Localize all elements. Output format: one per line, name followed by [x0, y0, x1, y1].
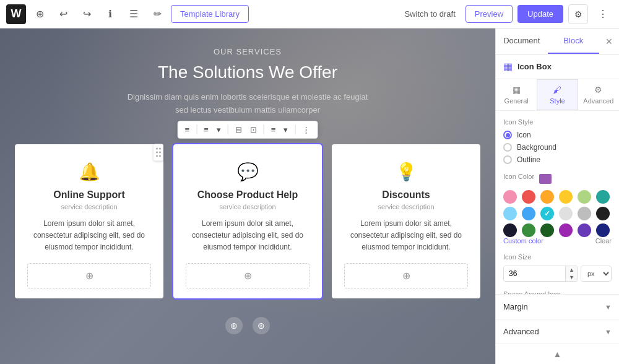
align-left-btn[interactable]: ≡: [182, 124, 193, 136]
update-button[interactable]: Update: [517, 5, 563, 23]
template-library-button[interactable]: Template Library: [171, 5, 249, 23]
card-subtitle-1: service description: [27, 203, 151, 210]
color-yellow[interactable]: [559, 190, 573, 204]
main-area: Our services The Solutions We Offer Dign…: [0, 28, 619, 364]
icon-box-icon: ▦: [503, 61, 513, 72]
icon-color-section: Icon Color: [503, 173, 612, 245]
icon-color-main-swatch[interactable]: [539, 174, 552, 184]
card-add-button-2[interactable]: ⊕: [186, 263, 310, 288]
icon-size-down[interactable]: ▼: [566, 274, 578, 281]
color-gray[interactable]: [578, 207, 591, 220]
text-align-btn[interactable]: ≡: [201, 124, 212, 136]
color-green[interactable]: [522, 223, 535, 237]
card-title-1: Online Support: [27, 189, 151, 201]
info-button[interactable]: ℹ: [100, 4, 120, 24]
more-options-button[interactable]: ⋮: [593, 4, 613, 24]
card-add-button-3[interactable]: ⊕: [344, 263, 468, 288]
solutions-desc: Dignissim diam quis enim lobortis sceler…: [12, 91, 483, 117]
redo-button[interactable]: ↪: [77, 4, 97, 24]
card-add-button-1[interactable]: ⊕: [27, 263, 151, 288]
card-online-support[interactable]: 🔔 Online Support service description Lor…: [15, 144, 163, 299]
our-services-label: Our services: [12, 47, 483, 56]
color-blue[interactable]: [522, 207, 535, 220]
radio-icon[interactable]: Icon: [503, 131, 612, 139]
advanced-icon: ⚙: [594, 85, 602, 95]
clear-link[interactable]: Clear: [595, 237, 612, 245]
color-teal[interactable]: [596, 190, 610, 204]
color-pink[interactable]: [503, 190, 517, 204]
align-drop-btn[interactable]: ▾: [214, 124, 224, 136]
icon-size-input[interactable]: [504, 266, 565, 281]
custom-color-link[interactable]: Custom color: [503, 237, 543, 245]
toolbar: W ⊕ ↩ ↪ ℹ ☰ ✏ Template Library Switch to…: [0, 0, 619, 28]
icon-color-header: Icon Color: [503, 173, 612, 185]
tab-block[interactable]: Block: [548, 28, 600, 54]
sub-tab-style[interactable]: 🖌 Style: [537, 79, 578, 110]
toolbar-right: Switch to draft Preview Update ⚙ ⋮: [399, 4, 613, 24]
radio-outline[interactable]: Outline: [503, 155, 612, 164]
sub-tab-advanced-label: Advanced: [583, 97, 613, 105]
card-body-1: Lorem ipsum dolor sit amet, consectetur …: [27, 218, 151, 254]
card-body-2: Lorem ipsum dolor sit amet, consectetur …: [186, 218, 310, 254]
undo-button[interactable]: ↩: [53, 4, 73, 24]
margin-header[interactable]: Margin ▼: [496, 295, 619, 319]
color-navy[interactable]: [596, 223, 610, 237]
color-blue-light[interactable]: [503, 207, 517, 220]
color-grid: [503, 190, 612, 237]
color-red[interactable]: [522, 190, 535, 204]
radio-icon-label: Icon: [517, 131, 531, 139]
wp-logo[interactable]: W: [6, 4, 26, 24]
color-teal2[interactable]: [540, 207, 554, 220]
sub-tab-advanced[interactable]: ⚙ Advanced: [578, 79, 619, 110]
switch-to-draft-button[interactable]: Switch to draft: [399, 6, 460, 22]
radio-background[interactable]: Background: [503, 143, 612, 152]
canvas-nav-button[interactable]: ⊕: [253, 317, 270, 334]
color-green-dark[interactable]: [540, 223, 554, 237]
sub-tabs: ▦ General 🖌 Style ⚙ Advanced: [496, 79, 619, 111]
color-orange[interactable]: [540, 190, 554, 204]
hamburger-button[interactable]: ☰: [124, 4, 144, 24]
panel-tabs: Document Block ✕: [496, 28, 619, 54]
panel-body: Icon Style Icon Background Outline: [496, 111, 619, 294]
color-black[interactable]: [596, 207, 610, 220]
radio-circle-outline: [503, 155, 512, 164]
card-icon-bell: 🔔: [27, 162, 151, 182]
tab-document[interactable]: Document: [496, 28, 548, 54]
icon-size-row: ▲ ▼ px em %: [503, 266, 612, 282]
color-deep-purple[interactable]: [578, 223, 591, 237]
color-green-light[interactable]: [578, 190, 591, 204]
card-product-help[interactable]: ≡ ≡ ▾ ⊟ ⊡ ≡ ▾ ⋮ 💬 Choose Product Help se…: [173, 144, 322, 299]
card-icon-bulb: 💡: [344, 162, 468, 182]
canvas[interactable]: Our services The Solutions We Offer Dign…: [0, 28, 495, 364]
outdent-btn[interactable]: ⊡: [247, 124, 260, 136]
text-align2-btn[interactable]: ≡: [268, 124, 279, 136]
text-align2-drop-btn[interactable]: ▾: [280, 124, 291, 136]
links-row: Custom color Clear: [503, 237, 612, 245]
icon-size-unit-select[interactable]: px em %: [581, 266, 612, 282]
preview-button[interactable]: Preview: [465, 5, 513, 23]
icon-size-up[interactable]: ▲: [566, 266, 578, 274]
indent-btn[interactable]: ⊟: [232, 124, 245, 136]
panel-close-button[interactable]: ✕: [599, 28, 619, 54]
resize-handle[interactable]: [154, 144, 163, 161]
panel-bottom-arrow[interactable]: ▲: [496, 344, 619, 364]
handle-dots[interactable]: [154, 144, 163, 161]
radio-circle-icon: [503, 131, 512, 139]
canvas-prev-button[interactable]: ⊕: [225, 317, 243, 334]
add-element-button[interactable]: ⊕: [30, 4, 50, 24]
card-title-3: Discounts: [344, 189, 468, 201]
edit-button[interactable]: ✏: [147, 4, 167, 24]
toolbar-left: W ⊕ ↩ ↪ ℹ ☰ ✏ Template Library: [6, 4, 249, 24]
color-gray-light[interactable]: [559, 207, 573, 220]
color-dark1[interactable]: [503, 223, 517, 237]
color-purple[interactable]: [559, 223, 573, 237]
format-divider-3: [264, 124, 264, 134]
card-icon-chat: 💬: [186, 162, 310, 182]
more-format-btn[interactable]: ⋮: [299, 124, 313, 136]
advanced-header[interactable]: Advanced ▼: [496, 319, 619, 344]
format-divider-1: [196, 124, 197, 134]
panel-header-title: Icon Box: [517, 62, 552, 71]
card-discounts[interactable]: 💡 Discounts service description Lorem ip…: [332, 144, 480, 299]
settings-button[interactable]: ⚙: [568, 4, 588, 24]
sub-tab-general[interactable]: ▦ General: [496, 79, 537, 110]
